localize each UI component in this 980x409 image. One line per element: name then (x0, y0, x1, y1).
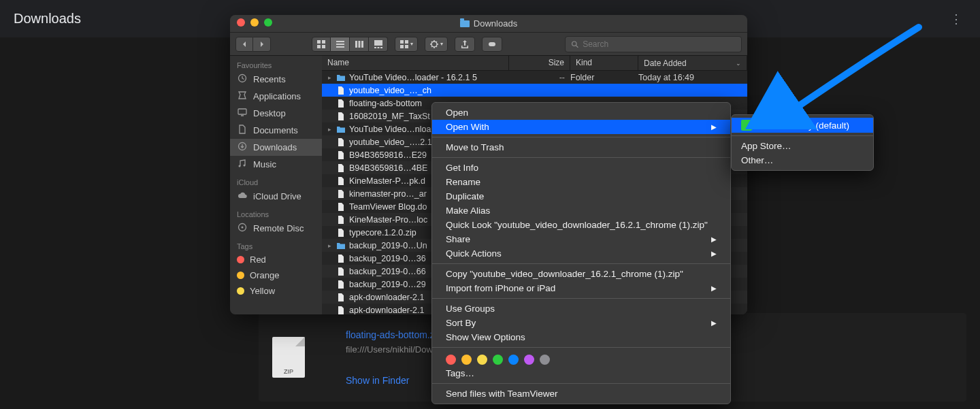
menu-item[interactable]: Quick Look "youtube_video_downloader_16.… (432, 218, 730, 232)
file-icon (336, 203, 346, 211)
submenu-item[interactable]: Other… (732, 153, 873, 167)
annotation-arrow (742, 20, 932, 129)
sidebar-tag-yellow[interactable]: Yellow (230, 283, 322, 299)
svg-rect-3 (322, 45, 325, 48)
sidebar-item-label: Remote Disc (253, 223, 304, 233)
more-menu-icon[interactable]: ⋮ (949, 12, 963, 27)
menu-item[interactable]: Make Alias (432, 203, 730, 218)
menu-item[interactable]: Use Groups (432, 301, 730, 316)
window-controls (237, 18, 272, 27)
menu-separator (432, 298, 730, 299)
file-icon (336, 293, 346, 301)
tag-color-button[interactable] (508, 355, 519, 365)
sidebar-section-locations: Locations (230, 205, 322, 220)
zoom-window-button[interactable] (264, 18, 272, 27)
file-row[interactable]: ▸YouTube Video…loader - 16.2.1 5--Folder… (322, 71, 747, 84)
tag-color-button[interactable] (461, 355, 472, 365)
file-icon (336, 229, 346, 237)
menu-item-label: Use Groups (446, 304, 495, 314)
menu-item-label: Import from iPhone or iPad (446, 283, 555, 293)
sidebar-item-label: iCloud Drive (253, 191, 301, 201)
sidebar-item-applications[interactable]: Applications (230, 88, 322, 105)
column-name[interactable]: Name (322, 56, 509, 70)
group-by-button[interactable]: ▾ (395, 37, 418, 52)
finder-titlebar: Downloads (230, 15, 747, 33)
sidebar-item-label: Applications (253, 91, 301, 101)
action-button[interactable]: ▾ (425, 37, 448, 52)
back-button[interactable] (235, 37, 253, 52)
column-view-button[interactable] (350, 37, 369, 52)
tag-color-button[interactable] (446, 355, 456, 365)
sort-chevron-icon: ⌄ (736, 60, 741, 67)
column-kind[interactable]: Kind (570, 56, 638, 70)
menu-item[interactable]: Share▶ (432, 232, 730, 246)
menu-item[interactable]: Send files with TeamViewer (432, 387, 730, 401)
menu-item[interactable]: Quick Actions▶ (432, 246, 730, 261)
show-in-finder-link[interactable]: Show in Finder (346, 375, 444, 386)
column-size[interactable]: Size (509, 56, 570, 70)
sidebar-item-downloads[interactable]: Downloads (230, 139, 322, 156)
menu-item-label: Quick Look "youtube_video_downloader_16.… (446, 220, 708, 230)
tags-button[interactable] (482, 37, 502, 52)
tag-color-button[interactable] (477, 355, 487, 365)
file-row[interactable]: youtube_video_…_ch (322, 84, 747, 97)
close-window-button[interactable] (237, 18, 245, 27)
clock-icon (237, 73, 248, 85)
gallery-view-button[interactable] (369, 37, 388, 52)
download-filename[interactable]: floating-ads-bottom.zip (346, 329, 444, 340)
list-view-button[interactable] (331, 37, 350, 52)
sidebar-section-favourites: Favourites (230, 56, 322, 71)
tag-color-icon (237, 272, 244, 279)
tag-color-button[interactable] (524, 355, 534, 365)
sidebar-item-remote-disc[interactable]: Remote Disc (230, 220, 322, 237)
disclosure-triangle-icon[interactable]: ▸ (326, 126, 333, 133)
search-input[interactable] (583, 39, 736, 49)
icon-view-button[interactable] (312, 37, 331, 52)
finder-toolbar: ▾ ▾ (230, 33, 747, 56)
file-icon (336, 306, 346, 314)
music-icon (237, 159, 248, 170)
sidebar-tag-orange[interactable]: Orange (230, 267, 322, 283)
tag-color-button[interactable] (540, 355, 550, 365)
menu-item[interactable]: Open (432, 105, 730, 120)
file-size: -- (509, 73, 570, 82)
menu-item[interactable]: Rename (432, 175, 730, 189)
file-icon (336, 177, 346, 185)
sidebar-tag-red[interactable]: Red (230, 252, 322, 267)
sidebar-item-desktop[interactable]: Desktop (230, 105, 322, 122)
minimize-window-button[interactable] (250, 18, 259, 27)
documents-icon (237, 125, 248, 136)
folder-icon (460, 20, 470, 27)
disclosure-triangle-icon[interactable]: ▸ (326, 242, 333, 249)
menu-item-label: Sort By (446, 318, 476, 328)
disclosure-triangle-icon[interactable]: ▸ (326, 74, 333, 81)
forward-button[interactable] (253, 37, 271, 52)
file-name: YouTube Video…loader - 16.2.1 5 (349, 73, 509, 82)
column-date-added[interactable]: Date Added⌄ (638, 56, 747, 70)
menu-item[interactable]: Duplicate (432, 189, 730, 203)
finder-sidebar: Favourites RecentsApplicationsDesktopDoc… (230, 56, 322, 314)
sidebar-item-music[interactable]: Music (230, 156, 322, 173)
file-icon (336, 151, 346, 159)
sidebar-item-recents[interactable]: Recents (230, 71, 322, 88)
context-menu: OpenOpen With▶Move to TrashGet InfoRenam… (431, 102, 731, 404)
menu-item[interactable]: Sort By▶ (432, 316, 730, 330)
file-icon (336, 99, 346, 108)
tag-color-button[interactable] (493, 355, 503, 365)
menu-item[interactable]: Move to Trash (432, 140, 730, 154)
menu-item[interactable]: Import from iPhone or iPad▶ (432, 281, 730, 295)
tag-color-icon (237, 287, 244, 295)
menu-item-label: Get Info (446, 163, 478, 173)
menu-item[interactable]: Show View Options (432, 330, 730, 344)
share-button[interactable] (455, 37, 475, 52)
menu-item[interactable]: Copy "youtube_video_downloader_16.2.1_ch… (432, 267, 730, 281)
svg-point-24 (239, 165, 241, 167)
menu-item[interactable]: Tags… (432, 366, 730, 380)
menu-item[interactable]: Get Info (432, 161, 730, 175)
sidebar-item-icloud-drive[interactable]: iCloud Drive (230, 188, 322, 205)
menu-item[interactable]: Open With▶ (432, 120, 730, 134)
submenu-item[interactable]: App Store… (732, 139, 873, 153)
menu-item-label: Duplicate (446, 191, 484, 201)
sidebar-item-documents[interactable]: Documents (230, 122, 322, 139)
search-field[interactable] (565, 36, 742, 52)
